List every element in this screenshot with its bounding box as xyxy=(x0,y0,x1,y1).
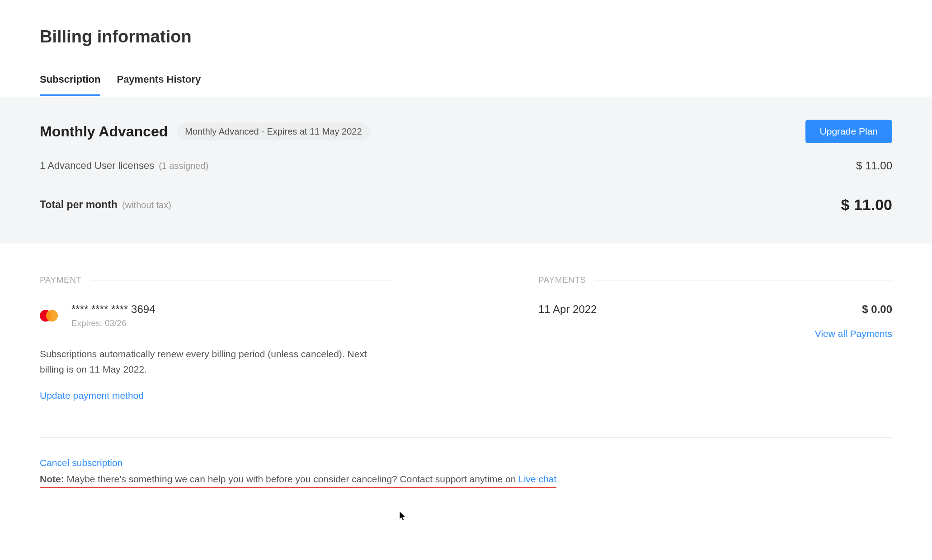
payment-date: 11 Apr 2022 xyxy=(538,303,597,316)
mastercard-icon xyxy=(40,309,60,322)
live-chat-link[interactable]: Live chat xyxy=(518,474,556,484)
payments-heading: PAYMENTS xyxy=(538,275,586,285)
license-assigned: (1 assigned) xyxy=(159,161,208,171)
divider xyxy=(91,280,394,280)
payment-heading: PAYMENT xyxy=(40,275,82,285)
total-price: $ 11.00 xyxy=(841,196,892,214)
tabs: Subscription Payments History xyxy=(40,74,932,97)
divider xyxy=(595,280,892,280)
renewal-note: Subscriptions automatically renew every … xyxy=(40,346,394,377)
card-expiry: Expires: 03/26 xyxy=(71,318,155,328)
cancel-subscription-link[interactable]: Cancel subscription xyxy=(40,457,122,468)
tab-subscription[interactable]: Subscription xyxy=(40,74,100,96)
plan-section: Monthly Advanced Monthly Advanced - Expi… xyxy=(0,97,932,243)
total-row: Total per month (without tax) $ 11.00 xyxy=(40,185,892,214)
note-text: Maybe there's something we can help you … xyxy=(64,474,519,484)
payment-amount: $ 0.00 xyxy=(862,303,892,316)
total-sublabel: (without tax) xyxy=(122,200,171,210)
payment-history-row: 11 Apr 2022 $ 0.00 xyxy=(538,303,892,316)
update-payment-link[interactable]: Update payment method xyxy=(40,390,144,401)
footer-section: Cancel subscription Note: Maybe there's … xyxy=(40,437,892,488)
view-all-payments-link[interactable]: View all Payments xyxy=(815,328,892,339)
license-row: 1 Advanced User licenses (1 assigned) $ … xyxy=(40,159,892,185)
upgrade-plan-button[interactable]: Upgrade Plan xyxy=(805,120,892,143)
tab-payments-history[interactable]: Payments History xyxy=(117,74,201,96)
payment-column: PAYMENT **** **** **** 3694 Expires: 03/… xyxy=(40,275,538,401)
total-label: Total per month xyxy=(40,199,118,211)
payments-column: PAYMENTS 11 Apr 2022 $ 0.00 View all Pay… xyxy=(538,275,892,401)
cancel-note: Note: Maybe there's something we can hel… xyxy=(40,474,556,488)
page-title: Billing information xyxy=(40,27,932,47)
card-number: **** **** **** 3694 xyxy=(71,303,155,316)
note-label: Note: xyxy=(40,474,64,484)
license-text: 1 Advanced User licenses xyxy=(40,160,154,172)
license-price: $ 11.00 xyxy=(856,159,892,172)
plan-expiry-badge: Monthly Advanced - Expires at 11 May 202… xyxy=(177,123,370,140)
plan-name: Monthly Advanced xyxy=(40,123,168,140)
